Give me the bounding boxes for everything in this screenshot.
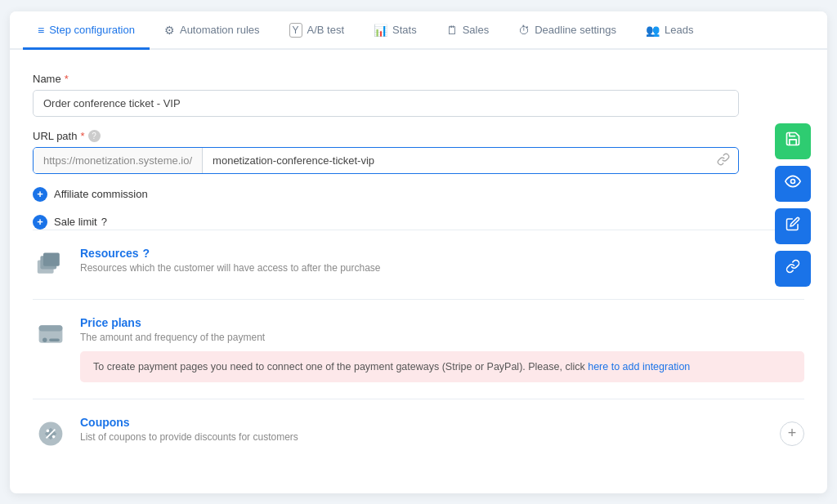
resources-icon: [33, 247, 69, 283]
price-plans-title: Price plans: [80, 316, 804, 329]
tab-ab-test[interactable]: Y A/B test: [275, 11, 360, 50]
resources-desc: Resources which the customer will have a…: [80, 262, 780, 274]
url-input[interactable]: [203, 148, 709, 173]
form-section: Name * URL path * ? https://monetization…: [33, 73, 739, 230]
step-config-icon: ≡: [38, 24, 44, 37]
coupons-title: Coupons: [80, 416, 780, 429]
resources-title: Resources ?: [80, 247, 780, 260]
affiliate-expand-icon: +: [33, 187, 47, 202]
save-button[interactable]: [775, 123, 811, 159]
tab-automation-rules[interactable]: ⚙ Automation rules: [150, 11, 275, 50]
price-plans-section: Price plans The amount and frequency of …: [33, 299, 804, 399]
resources-section: Resources ? Resources which the customer…: [33, 230, 804, 299]
preview-button[interactable]: [775, 166, 811, 202]
name-input[interactable]: [33, 90, 739, 117]
url-link-icon: [709, 153, 738, 168]
sale-limit-help-icon[interactable]: ?: [101, 216, 107, 228]
svg-point-9: [47, 429, 50, 432]
price-plans-icon: [33, 316, 69, 352]
add-integration-link[interactable]: here to add integration: [588, 361, 690, 372]
affiliate-label: Affiliate commission: [54, 188, 148, 200]
action-buttons-panel: [775, 123, 811, 287]
price-plans-text: Price plans The amount and frequency of …: [80, 316, 804, 382]
name-required-marker: *: [65, 73, 69, 85]
url-required-marker: *: [80, 130, 84, 142]
svg-rect-7: [49, 338, 60, 341]
eye-icon: [785, 173, 801, 194]
tab-stats[interactable]: 📊 Stats: [359, 11, 432, 50]
svg-rect-5: [39, 325, 63, 331]
sale-limit-label: Sale limit ?: [54, 216, 107, 228]
tab-step-configuration[interactable]: ≡ Step configuration: [23, 11, 150, 50]
coupons-text: Coupons List of coupons to provide disco…: [80, 416, 780, 443]
sales-icon: 🗒: [446, 24, 458, 37]
coupons-icon: [33, 416, 69, 452]
edit-button[interactable]: [775, 208, 811, 244]
url-label: URL path * ?: [33, 130, 739, 142]
svg-point-10: [52, 435, 56, 438]
edit-icon: [786, 216, 800, 235]
coupons-section: Coupons List of coupons to provide disco…: [33, 399, 804, 468]
automation-icon: ⚙: [164, 24, 175, 37]
name-field-group: Name *: [33, 73, 739, 117]
url-field-group: URL path * ? https://monetization.system…: [33, 130, 739, 174]
copy-link-button[interactable]: [775, 251, 811, 287]
tab-bar: ≡ Step configuration ⚙ Automation rules …: [10, 11, 827, 50]
svg-point-6: [43, 337, 47, 341]
stats-icon: 📊: [374, 24, 387, 37]
payment-warning: To create payment pages you need to conn…: [80, 351, 804, 382]
affiliate-row[interactable]: + Affiliate commission: [33, 187, 739, 202]
main-container: ≡ Step configuration ⚙ Automation rules …: [10, 11, 827, 493]
tab-leads[interactable]: 👥 Leads: [631, 11, 708, 50]
ab-test-icon: Y: [289, 23, 302, 38]
svg-rect-3: [43, 252, 60, 265]
sale-limit-row[interactable]: + Sale limit ?: [33, 215, 739, 230]
coupons-add-button[interactable]: +: [780, 421, 804, 446]
deadline-icon: ⏱: [518, 24, 530, 37]
coupons-desc: List of coupons to provide discounts for…: [80, 431, 780, 443]
resources-help-icon[interactable]: ?: [143, 247, 150, 260]
tab-deadline-settings[interactable]: ⏱ Deadline settings: [504, 11, 631, 50]
price-plans-desc: The amount and frequency of the payment: [80, 332, 804, 343]
resources-text: Resources ? Resources which the customer…: [80, 247, 780, 274]
svg-point-0: [791, 180, 795, 184]
name-label: Name *: [33, 73, 739, 85]
sale-limit-expand-icon: +: [33, 215, 47, 230]
content-area: Name * URL path * ? https://monetization…: [10, 50, 827, 491]
leads-icon: 👥: [646, 24, 660, 37]
link-icon: [786, 259, 800, 278]
tab-sales[interactable]: 🗒 Sales: [432, 11, 504, 50]
save-icon: [785, 131, 801, 151]
url-help-icon[interactable]: ?: [88, 130, 101, 142]
url-prefix: https://monetization.systeme.io/: [34, 148, 203, 173]
url-row: https://monetization.systeme.io/: [33, 147, 739, 174]
